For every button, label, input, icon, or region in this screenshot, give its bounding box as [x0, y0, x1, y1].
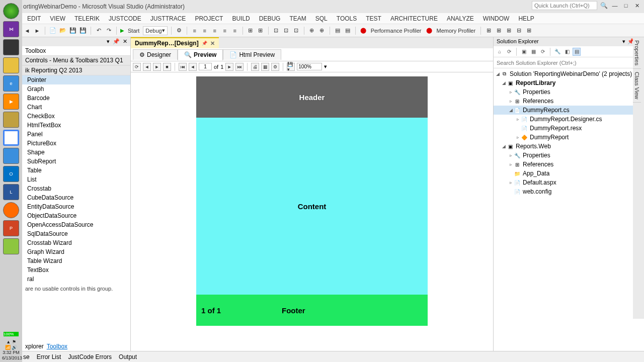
project-reportlibrary[interactable]: ReportLibrary: [516, 79, 555, 86]
menu-architecture[interactable]: ARCHITECTURE: [386, 14, 442, 23]
tree-item-dummyreport[interactable]: DummyReport.cs: [523, 107, 570, 114]
toolbox-item-tablewizard[interactable]: Table Wizard: [22, 256, 130, 265]
vs-icon[interactable]: ⋈: [3, 21, 19, 37]
expand-icon[interactable]: ▹: [515, 135, 521, 140]
ie-icon[interactable]: e: [3, 75, 19, 92]
nav-fwd-icon[interactable]: ►: [153, 63, 161, 71]
tree-item[interactable]: Properties: [523, 152, 550, 159]
tab-error-list[interactable]: Error List: [37, 353, 61, 360]
expand-icon[interactable]: ◢: [495, 71, 501, 76]
toolbox-item-sqldatasource[interactable]: SqlDataSource: [22, 229, 130, 238]
expand-icon[interactable]: ▹: [515, 117, 521, 122]
size2-icon[interactable]: ⊡: [282, 27, 290, 35]
layout5-icon[interactable]: ⊞: [525, 27, 533, 35]
start-orb-icon[interactable]: [3, 3, 19, 19]
search-icon[interactable]: 🔍: [600, 2, 608, 9]
wmp-icon[interactable]: ▶: [3, 94, 19, 110]
toolbox-item-textbox[interactable]: TextBox: [22, 265, 130, 275]
menu-help[interactable]: HELP: [514, 14, 538, 23]
zoom-input[interactable]: [297, 63, 322, 70]
tree-item[interactable]: References: [523, 98, 553, 105]
toolbox-item-shape[interactable]: Shape: [22, 148, 130, 157]
tab-output[interactable]: Output: [119, 353, 137, 360]
tree-item[interactable]: DummyReport.Designer.cs: [530, 116, 602, 123]
collapse-icon[interactable]: ▣: [520, 48, 528, 56]
chrome-icon[interactable]: [3, 130, 19, 146]
menu-justtrace[interactable]: JUSTTRACE: [146, 14, 190, 23]
tab-properties[interactable]: Properties: [633, 37, 641, 69]
expand-icon[interactable]: ▹: [508, 180, 514, 185]
pin-icon[interactable]: 📌: [202, 41, 207, 46]
tree-item[interactable]: Properties: [523, 88, 550, 96]
quick-launch-input[interactable]: [532, 1, 597, 10]
tab-close[interactable]: se: [23, 353, 30, 360]
toolbox-item-graphwizard[interactable]: Graph Wizard: [22, 247, 130, 256]
tab-html-preview[interactable]: 📄 Html Preview: [223, 49, 281, 60]
solution-root[interactable]: Solution 'ReportingWebinarDemo' (2 proje…: [510, 70, 632, 77]
home-icon[interactable]: ⌂: [496, 48, 504, 56]
toolbox-item-panel[interactable]: Panel: [22, 130, 130, 139]
tree-item[interactable]: References: [523, 161, 553, 168]
solution-search-input[interactable]: [497, 60, 634, 66]
app3-icon[interactable]: [3, 148, 19, 164]
prev-page-icon[interactable]: ◄: [189, 63, 197, 71]
close-icon[interactable]: ✕: [210, 40, 215, 47]
start-button[interactable]: Start: [126, 28, 141, 34]
toolbox-item-picturebox[interactable]: PictureBox: [22, 139, 130, 148]
expand-icon[interactable]: ◢: [501, 144, 507, 149]
toolbox-group-controls[interactable]: Controls - Menu & Toolbars 2013 Q1: [22, 55, 130, 65]
toolbox-item-entitydatasource[interactable]: EntityDataSource: [22, 202, 130, 211]
maximize-button[interactable]: □: [622, 2, 630, 9]
perf-icon[interactable]: ⬤: [359, 27, 367, 35]
tree-item[interactable]: web.config: [523, 188, 551, 195]
refresh-icon[interactable]: ⟳: [133, 63, 141, 71]
menu-project[interactable]: PROJECT: [191, 14, 227, 23]
powerpoint-icon[interactable]: P: [3, 220, 19, 236]
align4-icon[interactable]: ≡: [221, 27, 229, 35]
tab-toolbox[interactable]: Toolbox: [47, 343, 67, 350]
toolbox-item-cubedatasource[interactable]: CubeDataSource: [22, 193, 130, 202]
order-icon[interactable]: ▤: [334, 27, 342, 35]
menu-team[interactable]: TEAM: [285, 14, 310, 23]
menu-window[interactable]: WINDOW: [479, 14, 514, 23]
expand-icon[interactable]: ◢: [501, 80, 507, 85]
tab-preview[interactable]: 🔍 Preview: [178, 49, 223, 61]
folder-icon[interactable]: [3, 57, 19, 73]
lync-icon[interactable]: L: [3, 184, 19, 200]
close-button[interactable]: ✕: [633, 2, 641, 9]
expand-icon[interactable]: ◢: [508, 108, 514, 113]
project-reportsweb[interactable]: Reports.Web: [516, 143, 551, 150]
expand-icon[interactable]: ▹: [508, 89, 514, 95]
back-icon[interactable]: ◄: [23, 27, 31, 35]
last-page-icon[interactable]: ⏭: [235, 63, 244, 71]
layout3-icon[interactable]: ⊞: [505, 27, 513, 35]
print-icon[interactable]: 🖨: [251, 63, 259, 71]
refresh-icon[interactable]: ⟳: [539, 48, 547, 56]
expand-icon[interactable]: ▹: [508, 162, 514, 167]
show-all-icon[interactable]: ▦: [529, 48, 537, 56]
page-input[interactable]: [199, 63, 212, 70]
forward-icon[interactable]: ►: [33, 27, 41, 35]
setup-icon[interactable]: ⚙: [271, 63, 279, 71]
toolbox-item-crosstabwizard[interactable]: Crosstab Wizard: [22, 238, 130, 247]
menu-test[interactable]: TEST: [362, 14, 385, 23]
panel-dropdown-icon[interactable]: ▾: [107, 38, 110, 45]
menu-edit[interactable]: EDIT: [23, 14, 45, 23]
start-icon[interactable]: ▶: [120, 28, 124, 33]
center-icon[interactable]: ⊕: [308, 27, 316, 35]
perf-profiler-button[interactable]: Performance Profiler: [369, 28, 423, 34]
toolbox-item-crosstab[interactable]: Crosstab: [22, 184, 130, 193]
tab-designer[interactable]: ⚙ Designer: [133, 49, 178, 60]
toolbox-item-general[interactable]: ral: [22, 275, 130, 284]
toolbox-item-htmltextbox[interactable]: HtmlTextBox: [22, 121, 130, 130]
minimize-button[interactable]: —: [611, 2, 619, 9]
firefox-icon[interactable]: [3, 202, 19, 218]
panel-dropdown-icon[interactable]: ▾: [622, 38, 625, 45]
menu-justcode[interactable]: JUSTCODE: [105, 14, 145, 23]
center2-icon[interactable]: ⊕: [318, 27, 326, 35]
new-icon[interactable]: 📄: [49, 27, 57, 35]
save-all-icon[interactable]: 💾: [79, 27, 87, 35]
toolbox-item-list[interactable]: List: [22, 175, 130, 184]
app4-icon[interactable]: [3, 238, 19, 254]
layout2-icon[interactable]: ⊞: [495, 27, 503, 35]
